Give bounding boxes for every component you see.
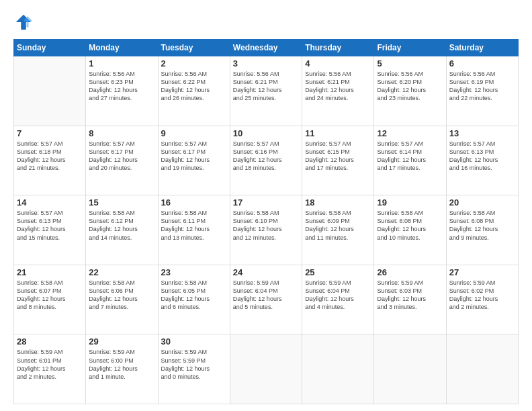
day-number: 4 <box>305 58 371 68</box>
calendar-cell: 25Sunrise: 5:59 AMSunset: 6:04 PMDayligh… <box>302 265 374 334</box>
day-info: Sunrise: 5:59 AMSunset: 5:59 PMDaylight:… <box>161 348 227 381</box>
calendar-cell: 30Sunrise: 5:59 AMSunset: 5:59 PMDayligh… <box>158 334 230 404</box>
day-info: Sunrise: 5:57 AMSunset: 6:17 PMDaylight:… <box>161 140 227 173</box>
calendar-cell: 29Sunrise: 5:59 AMSunset: 6:00 PMDayligh… <box>86 334 158 404</box>
day-info: Sunrise: 5:59 AMSunset: 6:02 PMDaylight:… <box>449 279 515 312</box>
day-info: Sunrise: 5:56 AMSunset: 6:22 PMDaylight:… <box>161 70 227 103</box>
calendar-cell: 21Sunrise: 5:58 AMSunset: 6:07 PMDayligh… <box>14 265 86 334</box>
day-number: 5 <box>377 58 443 68</box>
day-number: 15 <box>89 197 154 208</box>
calendar-cell: 7Sunrise: 5:57 AMSunset: 6:18 PMDaylight… <box>14 126 86 195</box>
day-number: 6 <box>449 58 515 68</box>
day-info: Sunrise: 5:56 AMSunset: 6:19 PMDaylight:… <box>449 70 515 103</box>
day-info: Sunrise: 5:58 AMSunset: 6:09 PMDaylight:… <box>305 209 371 242</box>
day-number: 2 <box>161 58 227 68</box>
day-info: Sunrise: 5:58 AMSunset: 6:08 PMDaylight:… <box>449 209 515 242</box>
day-number: 20 <box>449 197 515 208</box>
day-number: 28 <box>17 336 83 347</box>
calendar-cell: 6Sunrise: 5:56 AMSunset: 6:19 PMDaylight… <box>446 56 518 126</box>
day-number: 24 <box>233 267 299 277</box>
calendar-cell: 20Sunrise: 5:58 AMSunset: 6:08 PMDayligh… <box>446 195 518 265</box>
day-number: 18 <box>305 197 371 208</box>
calendar-cell: 12Sunrise: 5:57 AMSunset: 6:14 PMDayligh… <box>374 126 446 195</box>
calendar-cell: 26Sunrise: 5:59 AMSunset: 6:03 PMDayligh… <box>374 265 446 334</box>
col-wednesday: Wednesday <box>230 40 302 56</box>
calendar-table: Sunday Monday Tuesday Wednesday Thursday… <box>13 39 519 404</box>
calendar-cell: 9Sunrise: 5:57 AMSunset: 6:17 PMDaylight… <box>158 126 230 195</box>
day-info: Sunrise: 5:59 AMSunset: 6:00 PMDaylight:… <box>89 348 154 381</box>
day-number: 3 <box>233 58 299 68</box>
day-number: 21 <box>17 267 83 277</box>
day-info: Sunrise: 5:58 AMSunset: 6:08 PMDaylight:… <box>377 209 443 242</box>
day-info: Sunrise: 5:58 AMSunset: 6:05 PMDaylight:… <box>161 279 227 312</box>
col-tuesday: Tuesday <box>158 40 230 56</box>
calendar-cell: 22Sunrise: 5:58 AMSunset: 6:06 PMDayligh… <box>86 265 158 334</box>
calendar-cell: 13Sunrise: 5:57 AMSunset: 6:13 PMDayligh… <box>446 126 518 195</box>
calendar-cell: 3Sunrise: 5:56 AMSunset: 6:21 PMDaylight… <box>230 56 302 126</box>
calendar-cell <box>302 334 374 404</box>
day-info: Sunrise: 5:58 AMSunset: 6:11 PMDaylight:… <box>161 209 227 242</box>
day-info: Sunrise: 5:57 AMSunset: 6:18 PMDaylight:… <box>17 140 83 173</box>
calendar-cell: 23Sunrise: 5:58 AMSunset: 6:05 PMDayligh… <box>158 265 230 334</box>
calendar-week-1: 1Sunrise: 5:56 AMSunset: 6:23 PMDaylight… <box>14 56 519 126</box>
calendar-cell: 2Sunrise: 5:56 AMSunset: 6:22 PMDaylight… <box>158 56 230 126</box>
calendar-cell: 19Sunrise: 5:58 AMSunset: 6:08 PMDayligh… <box>374 195 446 265</box>
calendar-cell <box>446 334 518 404</box>
day-info: Sunrise: 5:57 AMSunset: 6:15 PMDaylight:… <box>305 140 371 173</box>
calendar-cell <box>230 334 302 404</box>
day-number: 17 <box>233 197 299 208</box>
calendar-cell: 24Sunrise: 5:59 AMSunset: 6:04 PMDayligh… <box>230 265 302 334</box>
calendar-week-4: 21Sunrise: 5:58 AMSunset: 6:07 PMDayligh… <box>14 265 519 334</box>
col-sunday: Sunday <box>14 40 86 56</box>
svg-marker-0 <box>16 15 32 30</box>
day-info: Sunrise: 5:58 AMSunset: 6:12 PMDaylight:… <box>89 209 154 242</box>
day-info: Sunrise: 5:57 AMSunset: 6:14 PMDaylight:… <box>377 140 443 173</box>
day-info: Sunrise: 5:58 AMSunset: 6:07 PMDaylight:… <box>17 279 83 312</box>
day-info: Sunrise: 5:57 AMSunset: 6:13 PMDaylight:… <box>17 209 83 242</box>
day-number: 11 <box>305 128 371 138</box>
day-info: Sunrise: 5:59 AMSunset: 6:01 PMDaylight:… <box>17 348 83 381</box>
calendar-cell <box>14 56 86 126</box>
col-saturday: Saturday <box>446 40 518 56</box>
day-number: 19 <box>377 197 443 208</box>
day-number: 27 <box>449 267 515 277</box>
calendar-week-2: 7Sunrise: 5:57 AMSunset: 6:18 PMDaylight… <box>14 126 519 195</box>
day-number: 13 <box>449 128 515 138</box>
day-number: 7 <box>17 128 83 138</box>
col-thursday: Thursday <box>302 40 374 56</box>
day-info: Sunrise: 5:58 AMSunset: 6:10 PMDaylight:… <box>233 209 299 242</box>
day-info: Sunrise: 5:59 AMSunset: 6:04 PMDaylight:… <box>305 279 371 312</box>
calendar-cell: 11Sunrise: 5:57 AMSunset: 6:15 PMDayligh… <box>302 126 374 195</box>
day-number: 8 <box>89 128 154 138</box>
calendar-cell: 1Sunrise: 5:56 AMSunset: 6:23 PMDaylight… <box>86 56 158 126</box>
page: Sunday Monday Tuesday Wednesday Thursday… <box>0 0 532 411</box>
day-info: Sunrise: 5:57 AMSunset: 6:16 PMDaylight:… <box>233 140 299 173</box>
logo <box>13 12 36 32</box>
day-info: Sunrise: 5:59 AMSunset: 6:04 PMDaylight:… <box>233 279 299 312</box>
day-number: 12 <box>377 128 443 138</box>
day-number: 22 <box>89 267 154 277</box>
calendar-cell: 4Sunrise: 5:56 AMSunset: 6:21 PMDaylight… <box>302 56 374 126</box>
day-number: 9 <box>161 128 227 138</box>
calendar-week-5: 28Sunrise: 5:59 AMSunset: 6:01 PMDayligh… <box>14 334 519 404</box>
calendar-cell <box>374 334 446 404</box>
calendar-cell: 27Sunrise: 5:59 AMSunset: 6:02 PMDayligh… <box>446 265 518 334</box>
header <box>13 12 519 32</box>
calendar-cell: 5Sunrise: 5:56 AMSunset: 6:20 PMDaylight… <box>374 56 446 126</box>
day-number: 10 <box>233 128 299 138</box>
calendar-cell: 8Sunrise: 5:57 AMSunset: 6:17 PMDaylight… <box>86 126 158 195</box>
day-info: Sunrise: 5:56 AMSunset: 6:21 PMDaylight:… <box>233 70 299 103</box>
logo-icon <box>13 12 34 32</box>
calendar-cell: 10Sunrise: 5:57 AMSunset: 6:16 PMDayligh… <box>230 126 302 195</box>
day-number: 1 <box>89 58 154 68</box>
day-info: Sunrise: 5:56 AMSunset: 6:20 PMDaylight:… <box>377 70 443 103</box>
day-info: Sunrise: 5:58 AMSunset: 6:06 PMDaylight:… <box>89 279 154 312</box>
day-info: Sunrise: 5:56 AMSunset: 6:21 PMDaylight:… <box>305 70 371 103</box>
day-info: Sunrise: 5:57 AMSunset: 6:17 PMDaylight:… <box>89 140 154 173</box>
calendar-cell: 15Sunrise: 5:58 AMSunset: 6:12 PMDayligh… <box>86 195 158 265</box>
day-number: 16 <box>161 197 227 208</box>
calendar-cell: 28Sunrise: 5:59 AMSunset: 6:01 PMDayligh… <box>14 334 86 404</box>
calendar-week-3: 14Sunrise: 5:57 AMSunset: 6:13 PMDayligh… <box>14 195 519 265</box>
col-friday: Friday <box>374 40 446 56</box>
day-number: 30 <box>161 336 227 347</box>
